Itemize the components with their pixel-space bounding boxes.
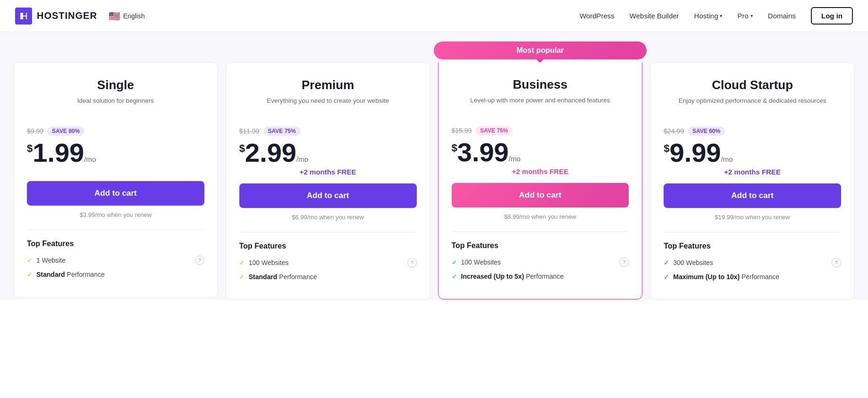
price-amount-cloud: 9.99 xyxy=(670,140,721,166)
nav-wordpress[interactable]: WordPress xyxy=(580,12,615,20)
plan-desc-single: Ideal solution for beginners xyxy=(27,96,204,115)
check-icon: ✓ xyxy=(27,271,33,278)
language-selector[interactable]: 🇺🇸 English xyxy=(109,10,145,22)
feature-item-business-0: ✓ 100 Websites ? xyxy=(452,257,629,267)
price-dollar-cloud: $ xyxy=(664,142,669,155)
price-period-cloud: /mo xyxy=(721,155,733,163)
check-icon: ✓ xyxy=(27,257,33,264)
help-icon[interactable]: ? xyxy=(832,258,841,267)
feature-item-single-1: ✓ Standard Performance xyxy=(27,271,204,278)
top-features-title-cloud: Top Features xyxy=(664,242,841,250)
price-main-business: $ 3.99 /mo xyxy=(452,139,629,166)
popular-badge-wrapper: Most popular xyxy=(434,41,647,59)
feature-item-cloud-1: ✓ Maximum (Up to 10x) Performance xyxy=(664,273,841,281)
price-period-premium: /mo xyxy=(296,155,308,163)
feature-label: 100 Websites xyxy=(461,258,501,266)
divider-premium xyxy=(239,232,417,232)
flag-icon: 🇺🇸 xyxy=(109,10,120,22)
original-price-cloud: $24.99 xyxy=(664,127,684,135)
pricing-row-cloud: $24.99 SAVE 60% xyxy=(664,126,841,136)
price-dollar-single: $ xyxy=(27,142,33,155)
price-period-single: /mo xyxy=(84,155,96,163)
help-icon[interactable]: ? xyxy=(407,258,417,267)
nav-website-builder[interactable]: Website Builder xyxy=(630,12,679,20)
help-icon[interactable]: ? xyxy=(195,256,204,265)
logo-icon xyxy=(15,8,32,25)
divider-single xyxy=(27,230,204,230)
original-price-premium: $11.99 xyxy=(239,127,260,135)
price-amount-premium: 2.99 xyxy=(245,140,296,166)
chevron-down-icon: ▾ xyxy=(720,13,722,18)
price-dollar-premium: $ xyxy=(239,142,245,155)
plan-card-premium: Premium Everything you need to create yo… xyxy=(226,62,430,300)
free-months-premium: +2 months FREE xyxy=(239,168,417,176)
plan-name-cloud: Cloud Startup xyxy=(664,78,841,92)
top-features-title-business: Top Features xyxy=(452,241,629,250)
plans-container: Single Ideal solution for beginners $9.9… xyxy=(9,41,859,300)
pricing-row-premium: $11.99 SAVE 75% xyxy=(239,126,417,136)
check-icon: ✓ xyxy=(452,258,457,266)
plan-name-single: Single xyxy=(27,78,204,92)
add-to-cart-cloud[interactable]: Add to cart xyxy=(664,183,841,208)
feature-label: 300 Websites xyxy=(673,259,713,266)
plan-single-wrapper: Single Ideal solution for beginners $9.9… xyxy=(9,62,222,300)
plan-desc-premium: Everything you need to create your websi… xyxy=(239,96,417,115)
divider-business xyxy=(452,232,629,232)
nav-domains[interactable]: Domains xyxy=(768,12,796,20)
feature-item-cloud-0: ✓ 300 Websites ? xyxy=(664,258,841,267)
chevron-down-icon: ▾ xyxy=(750,13,753,18)
feature-label: 100 Websites xyxy=(249,259,289,266)
help-icon[interactable]: ? xyxy=(619,257,629,267)
nav-pro[interactable]: Pro ▾ xyxy=(737,12,752,20)
lang-label: English xyxy=(123,12,145,20)
original-price-single: $9.99 xyxy=(27,127,43,135)
check-icon: ✓ xyxy=(664,273,669,281)
feature-label: Standard Performance xyxy=(249,273,317,281)
feature-item-premium-1: ✓ Standard Performance xyxy=(239,273,417,281)
plan-name-premium: Premium xyxy=(239,78,417,92)
brand: HOSTINGER xyxy=(15,8,97,25)
check-icon: ✓ xyxy=(452,273,457,280)
pricing-section: Single Ideal solution for beginners $9.9… xyxy=(0,32,868,300)
price-main-premium: $ 2.99 /mo xyxy=(239,140,417,166)
nav-links: WordPress Website Builder Hosting ▾ Pro … xyxy=(580,7,853,25)
feature-label: 1 Website xyxy=(36,257,66,264)
feature-label: Standard Performance xyxy=(36,271,105,278)
renew-price-cloud: $19.99/mo when you renew xyxy=(664,214,841,221)
plan-card-cloud: Cloud Startup Enjoy optimized performanc… xyxy=(650,62,855,300)
pricing-row-single: $9.99 SAVE 80% xyxy=(27,126,204,136)
save-badge-single: SAVE 80% xyxy=(47,126,84,136)
add-to-cart-single[interactable]: Add to cart xyxy=(27,181,204,206)
check-icon: ✓ xyxy=(239,273,245,281)
plan-desc-cloud: Enjoy optimized performance & dedicated … xyxy=(664,96,841,115)
price-period-business: /mo xyxy=(509,155,521,163)
renew-price-premium: $6.99/mo when you renew xyxy=(239,214,417,221)
feature-item-premium-0: ✓ 100 Websites ? xyxy=(239,258,417,267)
logo-text: HOSTINGER xyxy=(37,10,97,21)
plan-name-business: Business xyxy=(452,77,629,92)
add-to-cart-premium[interactable]: Add to cart xyxy=(239,183,417,208)
feature-label: Maximum (Up to 10x) Performance xyxy=(673,273,779,281)
check-icon: ✓ xyxy=(664,259,669,266)
nav-hosting[interactable]: Hosting ▾ xyxy=(694,12,723,20)
price-main-cloud: $ 9.99 /mo xyxy=(664,140,841,166)
pricing-row-business: $15.99 SAVE 75% xyxy=(452,126,629,135)
feature-item-business-1: ✓ Increased (Up to 5x) Performance xyxy=(452,273,629,280)
renew-price-business: $8.99/mo when you renew xyxy=(452,213,629,220)
plan-premium-wrapper: Premium Everything you need to create yo… xyxy=(222,62,434,300)
feature-item-single-0: ✓ 1 Website ? xyxy=(27,256,204,265)
popular-badge: Most popular xyxy=(434,41,647,59)
top-features-title-premium: Top Features xyxy=(239,242,417,250)
plan-business-wrapper: Most popular Business Level-up with more… xyxy=(434,62,647,300)
price-dollar-business: $ xyxy=(452,142,457,154)
free-months-cloud: +2 months FREE xyxy=(664,168,841,176)
save-badge-premium: SAVE 75% xyxy=(263,126,301,136)
price-main-single: $ 1.99 /mo xyxy=(27,140,204,166)
free-months-business: +2 months FREE xyxy=(452,167,629,175)
navbar: HOSTINGER 🇺🇸 English WordPress Website B… xyxy=(0,0,868,32)
divider-cloud xyxy=(664,232,841,232)
price-amount-single: 1.99 xyxy=(33,140,84,166)
add-to-cart-business[interactable]: Add to cart xyxy=(452,183,629,207)
plan-card-business: Business Level-up with more power and en… xyxy=(438,62,643,299)
login-button[interactable]: Log in xyxy=(811,7,853,25)
